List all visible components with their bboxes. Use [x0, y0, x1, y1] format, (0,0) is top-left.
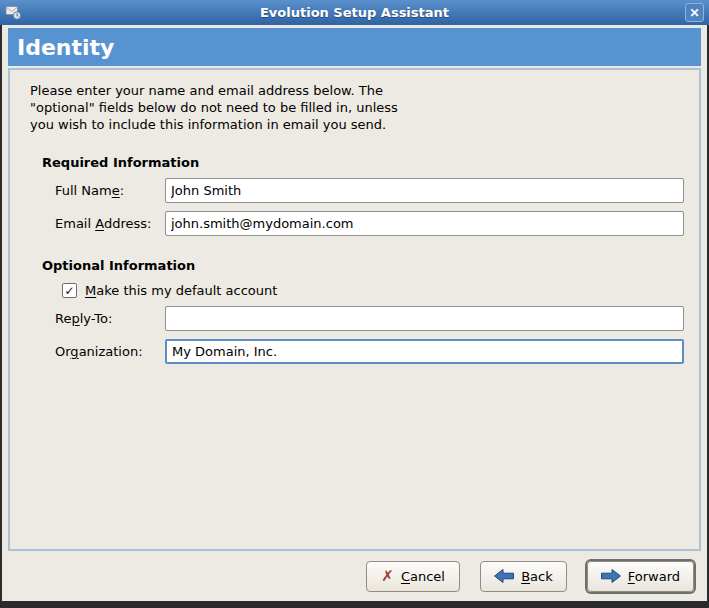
window-bottom-edge — [0, 601, 709, 608]
default-account-label[interactable]: Make this my default account — [85, 283, 277, 298]
window-body: Identity Please enter your name and emai… — [0, 25, 709, 601]
cancel-label: Cancel — [401, 569, 445, 584]
organization-label: Organization: — [55, 344, 165, 359]
cancel-button[interactable]: ✗ Cancel — [366, 561, 460, 592]
close-icon: ✕ — [689, 6, 699, 20]
back-arrow-icon — [494, 569, 514, 583]
default-account-checkbox[interactable]: ✓ — [62, 283, 77, 298]
full-name-row: Full Name: — [55, 178, 687, 203]
forward-arrow-icon — [601, 569, 621, 583]
window-title: Evolution Setup Assistant — [0, 5, 709, 20]
close-button[interactable]: ✕ — [685, 3, 704, 22]
reply-to-label: Reply-To: — [55, 311, 165, 326]
forward-button[interactable]: Forward — [587, 561, 694, 592]
evolution-setup-assistant-window: Evolution Setup Assistant ✕ Identity Ple… — [0, 0, 709, 608]
identity-panel: Please enter your name and email address… — [8, 68, 701, 551]
optional-information-heading: Optional Information — [42, 258, 687, 273]
cancel-x-icon: ✗ — [381, 569, 394, 584]
action-button-bar: ✗ Cancel Back Forward — [8, 551, 701, 601]
evolution-app-icon — [5, 4, 22, 21]
organization-input[interactable] — [165, 339, 684, 364]
reply-to-row: Reply-To: — [55, 306, 687, 331]
default-account-row: ✓ Make this my default account — [62, 283, 687, 298]
back-button[interactable]: Back — [480, 561, 567, 592]
email-address-input[interactable] — [165, 211, 684, 236]
page-header: Identity — [8, 28, 701, 66]
back-label: Back — [521, 569, 553, 584]
checkmark-icon: ✓ — [64, 285, 74, 297]
page-title: Identity — [17, 35, 114, 60]
full-name-label: Full Name: — [55, 183, 165, 198]
required-information-heading: Required Information — [42, 155, 687, 170]
organization-row: Organization: — [55, 339, 687, 364]
email-address-row: Email Address: — [55, 211, 687, 236]
intro-text: Please enter your name and email address… — [30, 82, 687, 133]
reply-to-input[interactable] — [165, 306, 684, 331]
titlebar[interactable]: Evolution Setup Assistant ✕ — [0, 0, 709, 25]
email-address-label: Email Address: — [55, 216, 165, 231]
full-name-input[interactable] — [165, 178, 684, 203]
forward-label: Forward — [628, 569, 680, 584]
